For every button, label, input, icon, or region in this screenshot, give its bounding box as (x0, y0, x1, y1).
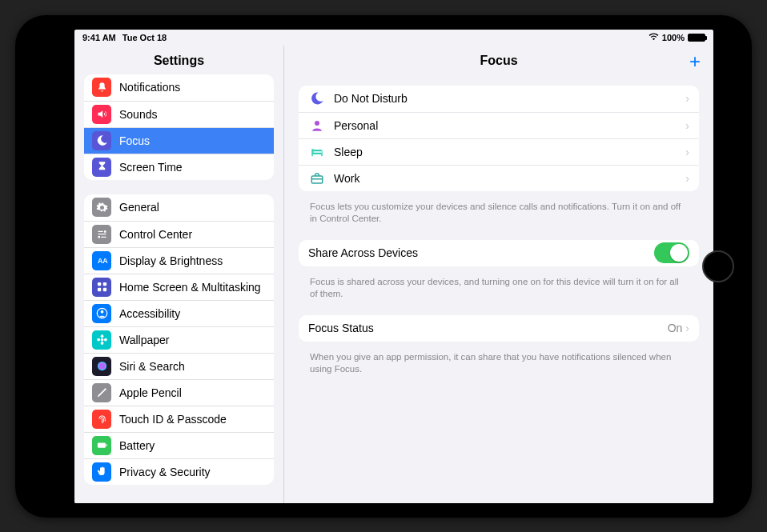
chevron-right-icon: › (685, 322, 689, 334)
chevron-right-icon: › (685, 92, 689, 105)
svg-rect-3 (97, 288, 100, 291)
sidebar-item-label: Screen Time (119, 161, 266, 174)
share-across-group: Share Across Devices (299, 240, 699, 266)
sidebar-item-apple-pencil[interactable]: Apple Pencil (84, 379, 274, 406)
svg-rect-2 (102, 282, 106, 286)
sidebar-item-privacy-security[interactable]: Privacy & Security (84, 458, 274, 485)
detail-pane: Focus + Do Not Disturb›Personal›Sleep›Wo… (284, 46, 713, 503)
battery-percent: 100% (662, 33, 685, 42)
wifi-icon (649, 33, 659, 42)
moon-icon (308, 91, 326, 106)
focus-mode-sleep[interactable]: Sleep› (299, 138, 699, 165)
chevron-right-icon: › (685, 172, 689, 185)
sidebar-item-battery[interactable]: Battery (84, 432, 274, 458)
chevron-right-icon: › (685, 146, 689, 158)
svg-rect-4 (102, 288, 106, 291)
sidebar-item-label: Siri & Search (119, 360, 266, 373)
sidebar-item-label: Apple Pencil (119, 386, 266, 399)
hand-icon (92, 462, 111, 482)
flower-icon (92, 330, 111, 350)
sidebar-group-general: GeneralControl CenterAADisplay & Brightn… (84, 194, 274, 485)
pencil-icon (92, 383, 111, 402)
share-across-footer: Focus is shared across your devices, and… (299, 271, 699, 315)
sidebar-item-label: Wallpaper (119, 334, 266, 346)
sidebar-item-label: Home Screen & Multitasking (119, 281, 266, 294)
share-across-label: Share Across Devices (308, 246, 654, 259)
focus-mode-label: Personal (334, 119, 685, 132)
svg-point-12 (97, 362, 106, 370)
sidebar-item-screen-time[interactable]: Screen Time (84, 154, 274, 180)
sidebar-item-focus[interactable]: Focus (84, 127, 274, 154)
sidebar-item-home-screen-multitasking[interactable]: Home Screen & Multitasking (84, 274, 274, 300)
sidebar-item-label: Accessibility (119, 307, 266, 320)
sidebar-item-label: Battery (119, 439, 266, 452)
detail-scroll[interactable]: Do Not Disturb›Personal›Sleep›Work› Focu… (284, 74, 713, 503)
sidebar-item-control-center[interactable]: Control Center (84, 221, 274, 247)
home-button[interactable] (702, 250, 734, 282)
sidebar-item-wallpaper[interactable]: Wallpaper (84, 326, 274, 353)
settings-sidebar: Settings NotificationsSoundsFocusScreen … (74, 46, 284, 503)
svg-rect-1 (97, 282, 100, 286)
focus-status-footer: When you give an app permission, it can … (299, 346, 699, 390)
status-time: 9:41 AM (82, 33, 116, 42)
sidebar-item-touch-id-passcode[interactable]: Touch ID & Passcode (84, 406, 274, 432)
svg-point-10 (97, 338, 100, 342)
svg-point-7 (100, 338, 103, 342)
add-focus-button[interactable]: + (689, 50, 701, 73)
svg-text:AA: AA (97, 257, 107, 265)
speaker-icon (92, 105, 111, 124)
sidebar-scroll[interactable]: NotificationsSoundsFocusScreen Time Gene… (74, 74, 283, 503)
screen: 9:41 AM Tue Oct 18 100% Settings Notific… (74, 30, 713, 503)
sidebar-item-label: Notifications (119, 81, 266, 94)
status-date: Tue Oct 18 (122, 33, 167, 42)
hourglass-icon (92, 158, 111, 177)
sidebar-item-label: General (119, 201, 266, 214)
focus-mode-work[interactable]: Work› (299, 165, 699, 191)
svg-rect-14 (106, 444, 106, 446)
sidebar-item-siri-search[interactable]: Siri & Search (84, 353, 274, 379)
chevron-right-icon: › (685, 119, 689, 132)
focus-mode-personal[interactable]: Personal› (299, 112, 699, 138)
sidebar-item-label: Display & Brightness (119, 254, 266, 267)
sidebar-item-label: Focus (119, 134, 266, 147)
sidebar-item-general[interactable]: General (84, 194, 274, 221)
svg-rect-13 (97, 442, 105, 447)
briefcase-icon (308, 171, 326, 186)
share-across-toggle[interactable] (654, 242, 689, 263)
person-solid-icon (308, 118, 326, 133)
moon-icon (92, 131, 111, 150)
focus-mode-label: Sleep (334, 146, 685, 158)
focus-status-value: On (668, 322, 683, 334)
svg-point-15 (315, 121, 319, 126)
share-across-row[interactable]: Share Across Devices (299, 240, 699, 266)
detail-title: Focus (480, 54, 517, 67)
bed-icon (308, 145, 326, 159)
focus-mode-do-not-disturb[interactable]: Do Not Disturb› (299, 86, 699, 112)
sidebar-item-notifications[interactable]: Notifications (84, 74, 274, 101)
person-icon (92, 304, 111, 323)
sidebar-title: Settings (74, 46, 283, 74)
focus-modes-footer: Focus lets you customize your devices an… (299, 196, 699, 240)
svg-point-11 (104, 338, 107, 342)
battery-icon (92, 436, 111, 455)
focus-modes-group: Do Not Disturb›Personal›Sleep›Work› (299, 86, 699, 191)
focus-status-label: Focus Status (308, 322, 668, 334)
siri-icon (92, 357, 111, 376)
gear-icon (92, 198, 111, 217)
focus-mode-label: Work (334, 172, 685, 185)
sidebar-item-display-brightness[interactable]: AADisplay & Brightness (84, 247, 274, 274)
sidebar-item-label: Privacy & Security (119, 466, 266, 478)
focus-status-group: Focus Status On › (299, 315, 699, 342)
svg-point-9 (100, 342, 103, 345)
ipad-device-frame: 9:41 AM Tue Oct 18 100% Settings Notific… (15, 15, 752, 518)
sidebar-item-label: Control Center (119, 228, 266, 241)
sliders-icon (92, 225, 111, 244)
focus-status-row[interactable]: Focus Status On › (299, 315, 699, 342)
svg-point-6 (100, 310, 103, 314)
aa-icon: AA (92, 251, 111, 270)
fingerprint-icon (92, 410, 111, 429)
grid-icon (92, 278, 111, 297)
sidebar-item-accessibility[interactable]: Accessibility (84, 300, 274, 326)
sidebar-group-notifications: NotificationsSoundsFocusScreen Time (84, 74, 274, 180)
sidebar-item-sounds[interactable]: Sounds (84, 101, 274, 127)
